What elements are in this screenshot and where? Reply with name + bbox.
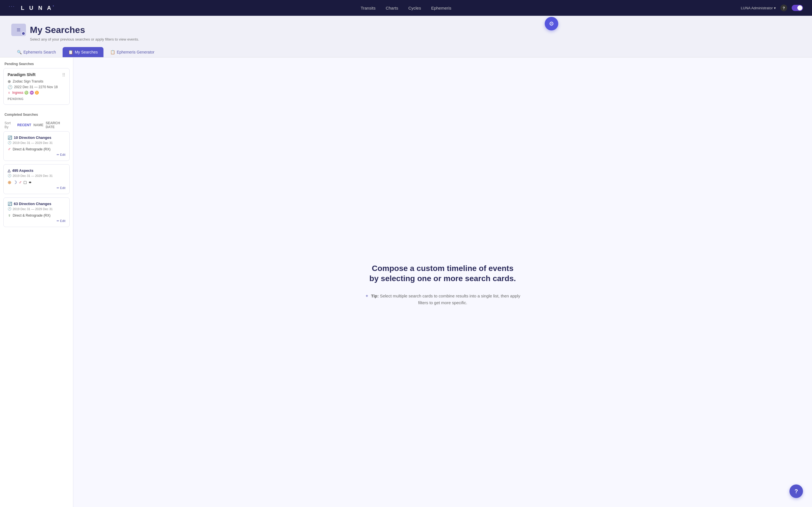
nav-ephemeris[interactable]: Ephemeris: [431, 6, 451, 10]
content-area: Compose a custom timeline of events by s…: [73, 57, 812, 507]
searches-icon: 📋: [68, 50, 73, 54]
completed-card-date-3: 🕐 2019 Dec 31 — 2029 Dec 31: [8, 207, 65, 211]
completed-card-title-1: 🔄 10 Direction Changes: [8, 135, 65, 140]
mars-symbol-2: ♂: [18, 180, 22, 185]
completed-card-symbols-2: ⊕ ☽ ♂ □ ⚭: [8, 180, 65, 185]
sparkle-icon: ✦: [365, 293, 369, 298]
clock-icon-3: 🕐: [8, 207, 11, 211]
navbar: · · · L U N A° Transits Charts Cycles Ep…: [0, 0, 812, 16]
tab-my-searches[interactable]: 📋 My Searches: [63, 47, 103, 57]
clock-icon: 🕐: [8, 85, 12, 89]
venus-icon: ♀: [8, 91, 11, 95]
completed-card-title-3: 🔄 63 Direction Changes: [8, 202, 65, 206]
nav-links: Transits Charts Cycles Ephemeris: [361, 6, 451, 10]
pending-card-ingress-row: ♀ Ingress ♍ ♒ ♊: [8, 91, 65, 95]
mars-symbol: ♂: [8, 147, 11, 152]
app-superscript: °: [53, 5, 56, 8]
theme-toggle[interactable]: [792, 5, 803, 11]
page-title: My Searches: [30, 25, 85, 35]
completed-card-date-2: 🕐 2019 Dec 31 — 2029 Dec 31: [8, 174, 65, 177]
page-icon: [11, 24, 26, 36]
completed-card-symbols-1: ♂ Direct & Retrograde (RX): [8, 147, 65, 152]
edit-button-3[interactable]: ✏ Edit: [8, 219, 65, 223]
chevron-down-icon: ▾: [774, 6, 776, 10]
completed-card-10-direction-changes[interactable]: 🔄 10 Direction Changes 🕐 2019 Dec 31 — 2…: [3, 131, 70, 161]
pending-card-type-row: ⊕ Zodiac Sign Transits: [8, 79, 65, 83]
page-icon-badge: [21, 32, 26, 36]
pending-card-menu[interactable]: ⠿: [62, 72, 65, 78]
empty-state-heading: Compose a custom timeline of events by s…: [364, 263, 522, 284]
edit-button-2[interactable]: ✏ Edit: [8, 186, 65, 190]
sidebar: Pending Searches Paradigm Shift ⠿ ⊕ Zodi…: [0, 57, 73, 507]
nav-transits[interactable]: Transits: [361, 6, 375, 10]
tip-text: ✦ Tip: Select multiple search cards to c…: [364, 293, 522, 306]
pending-card-paradigm-shift[interactable]: Paradigm Shift ⠿ ⊕ Zodiac Sign Transits …: [3, 68, 70, 105]
nav-cycles[interactable]: Cycles: [408, 6, 421, 10]
generator-icon: 📋: [110, 50, 115, 54]
direction-icon-2: 🔄: [8, 202, 12, 206]
completed-card-symbols-3: ♀ Direct & Retrograde (RX): [8, 213, 65, 218]
completed-card-date-1: 🕐 2019 Dec 31 — 2029 Dec 31: [8, 141, 65, 145]
rx-label-3: Direct & Retrograde (RX): [13, 214, 50, 217]
page-header: My Searches Select any of your previous …: [0, 16, 812, 41]
nav-charts[interactable]: Charts: [386, 6, 398, 10]
rx-label-1: Direct & Retrograde (RX): [13, 147, 50, 151]
clock-icon-2: 🕐: [8, 174, 11, 177]
settings-fab[interactable]: ⚙: [545, 17, 558, 31]
tab-bar: 🔍 Ephemeris Search 📋 My Searches 📋 Ephem…: [0, 41, 812, 57]
completed-section-title: Completed Searches: [0, 108, 73, 119]
moon-symbol: ☽: [13, 180, 17, 185]
sort-label: Sort By: [4, 121, 15, 129]
aspects-icon: △: [8, 168, 10, 173]
planet-icon: ⊕: [8, 79, 11, 83]
direction-icon: 🔄: [8, 135, 12, 140]
clock-icon-1: 🕐: [8, 141, 11, 145]
search-icon: 🔍: [17, 50, 22, 54]
venus-symbol-2: ♀: [8, 213, 11, 218]
help-button[interactable]: ?: [780, 4, 787, 11]
pending-section-title: Pending Searches: [0, 57, 73, 68]
pending-badge: PENDING: [8, 97, 65, 101]
completed-card-63-direction-changes[interactable]: 🔄 63 Direction Changes 🕐 2019 Dec 31 — 2…: [3, 198, 70, 227]
sort-search-date[interactable]: SEARCH DATE: [46, 121, 68, 129]
empty-state: Compose a custom timeline of events by s…: [364, 263, 522, 306]
user-menu[interactable]: LUNA Administrator ▾: [741, 6, 776, 10]
help-fab[interactable]: ?: [790, 485, 803, 498]
pending-card-title: Paradigm Shift: [8, 72, 36, 77]
completed-card-495-aspects[interactable]: △ 495 Aspects 🕐 2019 Dec 31 — 2029 Dec 3…: [3, 164, 70, 194]
main-content: Pending Searches Paradigm Shift ⠿ ⊕ Zodi…: [0, 57, 812, 507]
tab-ephemeris-search[interactable]: 🔍 Ephemeris Search: [11, 47, 61, 57]
link-symbol: ⚭: [28, 180, 32, 185]
gear-icon: ⚙: [549, 20, 554, 27]
tab-ephemeris-generator[interactable]: 📋 Ephemeris Generator: [105, 47, 160, 57]
sort-name[interactable]: NAME: [34, 123, 43, 127]
sort-bar: Sort By RECENT NAME SEARCH DATE: [0, 119, 73, 131]
sun-symbol: ⊕: [8, 180, 11, 185]
completed-card-title-2: △ 495 Aspects: [8, 168, 65, 173]
navbar-right: LUNA Administrator ▾ ?: [741, 4, 803, 11]
square-symbol: □: [24, 180, 27, 185]
question-icon: ?: [795, 488, 798, 495]
page-subtitle: Select any of your previous searches or …: [11, 37, 801, 41]
app-logo[interactable]: · · · L U N A°: [9, 5, 56, 11]
pending-card-date-row: 🕐 2022 Dec 31 — 2270 Nov 18: [8, 85, 65, 89]
edit-button-1[interactable]: ✏ Edit: [8, 153, 65, 157]
tip-label: Tip:: [371, 293, 380, 298]
sort-recent[interactable]: RECENT: [17, 123, 31, 127]
